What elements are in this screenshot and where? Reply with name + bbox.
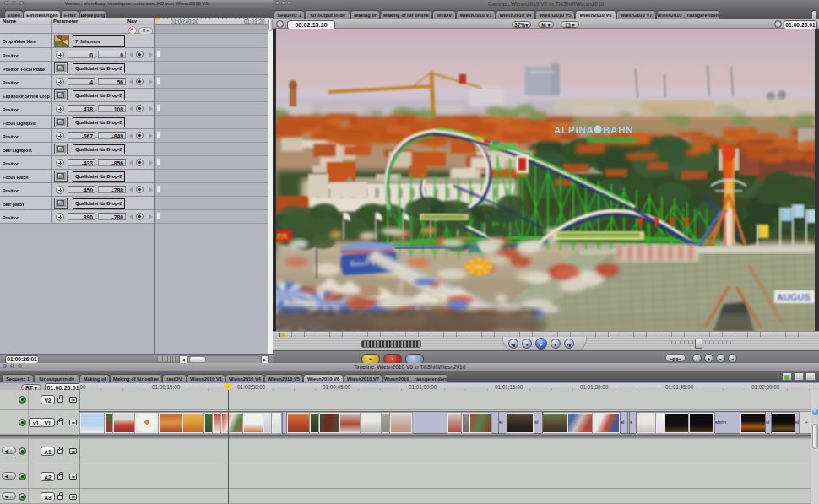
svg-text:ALPINA: ALPINA [554, 125, 594, 135]
svg-text:AUGUS: AUGUS [777, 292, 811, 302]
svg-text:ER: ER [277, 232, 288, 241]
svg-text:BAHN: BAHN [603, 125, 633, 135]
